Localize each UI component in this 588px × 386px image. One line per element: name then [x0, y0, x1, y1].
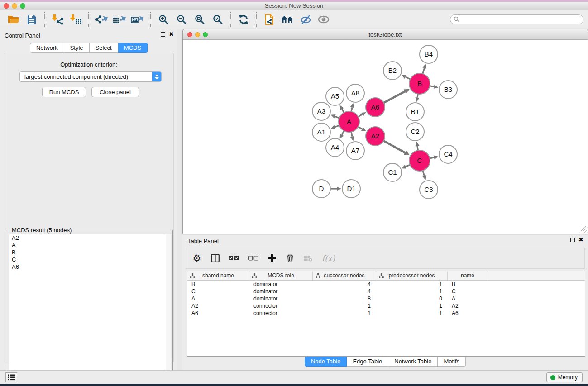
- trash-icon: [286, 254, 294, 262]
- tab-mcds[interactable]: MCDS: [118, 43, 148, 53]
- node-label-B1: B1: [411, 108, 419, 115]
- run-mcds-button[interactable]: Run MCDS: [42, 87, 86, 97]
- table-row[interactable]: Bdominator41B: [187, 281, 585, 288]
- zoom-out-button[interactable]: [172, 12, 191, 27]
- table-row[interactable]: Adominator80A: [187, 295, 585, 302]
- tab-node-table[interactable]: Node Table: [305, 357, 347, 367]
- new-network-from-selection-button[interactable]: [260, 12, 278, 27]
- control-panel-tabs: NetworkStyleSelectMCDS: [30, 43, 148, 53]
- mcds-result-item[interactable]: C: [9, 256, 171, 263]
- table-body: Bdominator41BCdominator41CAdominator80AA…: [187, 281, 585, 317]
- mcds-result-list[interactable]: A2ABCA6: [9, 234, 171, 382]
- zoom-window-button[interactable]: [20, 3, 25, 9]
- node-label-C: C: [417, 157, 422, 164]
- import-network-button[interactable]: [48, 12, 67, 27]
- resize-grip[interactable]: [581, 226, 587, 233]
- refresh-icon: [238, 14, 249, 25]
- select-all-columns-button[interactable]: [229, 256, 239, 261]
- tab-motifs[interactable]: Motifs: [438, 357, 466, 367]
- table-settings-button[interactable]: ⚙: [192, 254, 201, 263]
- save-session-button[interactable]: [23, 12, 41, 27]
- table-cell: A6: [448, 310, 488, 317]
- zoom-network-button[interactable]: [203, 32, 208, 37]
- tab-network-table[interactable]: Network Table: [388, 357, 438, 367]
- hide-graphics-details-button[interactable]: [296, 12, 315, 27]
- export-image-button[interactable]: [129, 12, 147, 27]
- optimization-criterion-label: Optimization criterion:: [4, 61, 173, 68]
- minimize-window-button[interactable]: [12, 3, 17, 9]
- mcds-result-item[interactable]: A: [9, 242, 171, 249]
- mcds-result-item[interactable]: A6: [9, 263, 171, 271]
- zoom-fit-icon: [194, 14, 205, 25]
- edge-A6-B[interactable]: [383, 91, 405, 103]
- tab-select[interactable]: Select: [90, 43, 118, 53]
- export-network-button[interactable]: [92, 12, 110, 27]
- show-graphics-details-button[interactable]: [315, 12, 333, 27]
- list-scrollbar[interactable]: [166, 234, 171, 381]
- network-canvas[interactable]: A5A8A3A1A4A7AA6A2B2B4BB3B1C2CC4C1C3DD1: [183, 40, 588, 234]
- memory-button[interactable]: Memory: [546, 372, 583, 382]
- table-cell: dominator: [249, 281, 313, 288]
- minimize-network-button[interactable]: [195, 32, 200, 37]
- edge-A2-C[interactable]: [383, 141, 405, 152]
- refresh-button[interactable]: [234, 12, 253, 27]
- delete-table-button[interactable]: [304, 255, 313, 262]
- node-label-B3: B3: [444, 86, 452, 93]
- close-network-button[interactable]: [187, 32, 192, 37]
- document-network-icon: [264, 14, 275, 25]
- close-panel-icon[interactable]: ✖: [578, 237, 583, 243]
- import-table-button[interactable]: [67, 12, 85, 27]
- table-cell: 1: [376, 281, 448, 288]
- panel-menu-button[interactable]: [5, 372, 17, 382]
- home-button[interactable]: [278, 12, 296, 27]
- table-cell: dominator: [249, 295, 313, 302]
- table-row[interactable]: A6connector11A6: [187, 310, 585, 317]
- table-toolbar: ⚙: [186, 248, 585, 269]
- tab-edge-table[interactable]: Edge Table: [347, 357, 388, 367]
- edge-B-B4[interactable]: [422, 68, 424, 74]
- tab-style[interactable]: Style: [64, 43, 90, 53]
- delete-column-button[interactable]: [286, 254, 295, 262]
- node-table: shared nameMCDS rolesuccessor nodesprede…: [187, 271, 585, 357]
- table-cell: B: [448, 281, 488, 288]
- float-panel-icon[interactable]: [570, 238, 575, 242]
- column-header-successor-nodes[interactable]: successor nodes: [313, 271, 376, 280]
- unselect-all-columns-button[interactable]: [248, 256, 258, 261]
- unchecked-boxes-icon: [248, 256, 258, 261]
- float-panel-icon[interactable]: [161, 32, 165, 37]
- column-header-predecessor-nodes[interactable]: predecessor nodes: [376, 271, 448, 280]
- tab-network[interactable]: Network: [30, 43, 64, 53]
- optimization-criterion-select[interactable]: largest connected component (directed): [19, 71, 162, 82]
- column-header-MCDS-role[interactable]: MCDS role: [249, 271, 313, 280]
- edge-arrowhead: [422, 175, 426, 180]
- mcds-result-item[interactable]: A2: [9, 234, 171, 242]
- create-column-button[interactable]: [268, 254, 277, 262]
- column-header-shared-name[interactable]: shared name: [187, 271, 249, 280]
- slashed-eye-icon: [300, 14, 311, 25]
- network-title: testGlobe.txt: [183, 29, 588, 40]
- table-row[interactable]: Cdominator41C: [187, 288, 585, 295]
- export-table-button[interactable]: [110, 12, 129, 27]
- node-label-A: A: [347, 118, 351, 125]
- search-input[interactable]: [450, 14, 583, 24]
- app-title: Session: New Session: [0, 1, 588, 10]
- show-columns-button[interactable]: [210, 254, 220, 262]
- criterion-value: largest connected component (directed): [20, 73, 152, 80]
- zoom-in-button[interactable]: [154, 12, 172, 27]
- function-builder-button[interactable]: f(x): [322, 254, 335, 263]
- node-label-A5: A5: [331, 92, 339, 100]
- close-panel-icon[interactable]: ✖: [169, 32, 174, 37]
- close-window-button[interactable]: [4, 3, 9, 9]
- network-window-titlebar[interactable]: testGlobe.txt: [183, 29, 588, 40]
- close-panel-button[interactable]: Close panel: [91, 87, 139, 97]
- zoom-fit-button[interactable]: [191, 12, 209, 27]
- mcds-result-item[interactable]: B: [9, 249, 171, 256]
- table-row[interactable]: A2connector11A2: [187, 302, 585, 310]
- open-session-button[interactable]: [5, 12, 23, 27]
- zoom-selected-button[interactable]: [209, 12, 227, 27]
- node-label-B2: B2: [388, 67, 397, 74]
- column-header-name[interactable]: name: [448, 271, 488, 280]
- toolbar-separator: [256, 12, 257, 27]
- table-cell: A2: [448, 302, 488, 310]
- node-label-C1: C1: [388, 168, 397, 176]
